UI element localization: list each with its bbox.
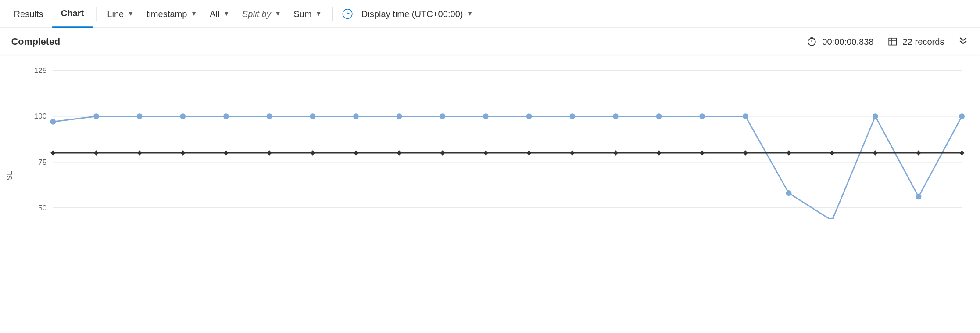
svg-text:100: 100 xyxy=(34,112,47,121)
split-by-dropdown[interactable]: Split by▼ xyxy=(236,4,287,24)
svg-point-33 xyxy=(223,113,229,119)
svg-point-29 xyxy=(50,119,56,125)
table-icon xyxy=(887,36,898,47)
svg-point-50 xyxy=(959,113,965,119)
svg-point-38 xyxy=(440,113,445,119)
svg-point-35 xyxy=(310,113,315,119)
tab-results[interactable]: Results xyxy=(5,0,52,27)
svg-marker-69 xyxy=(830,150,835,155)
svg-marker-70 xyxy=(873,150,878,155)
svg-point-31 xyxy=(137,113,143,119)
status-title: Completed xyxy=(11,36,60,47)
svg-point-40 xyxy=(526,113,532,119)
svg-point-37 xyxy=(397,113,402,119)
svg-marker-56 xyxy=(267,150,272,155)
svg-point-42 xyxy=(613,113,619,119)
x-field-dropdown[interactable]: timestamp▼ xyxy=(140,4,203,24)
chart-area: SLI 2550751001258:00 PM8:10 PM8:20 PM8:3… xyxy=(0,55,980,219)
svg-point-32 xyxy=(180,113,186,119)
expand-button[interactable] xyxy=(958,35,968,47)
svg-line-4 xyxy=(815,38,815,39)
svg-point-45 xyxy=(743,113,748,119)
svg-point-47 xyxy=(829,218,835,219)
svg-point-30 xyxy=(93,113,99,119)
stopwatch-icon xyxy=(806,36,817,47)
svg-marker-61 xyxy=(483,150,489,155)
svg-point-48 xyxy=(873,113,878,119)
svg-point-41 xyxy=(569,113,575,119)
svg-marker-55 xyxy=(224,150,229,155)
line-chart[interactable]: 2550751001258:00 PM8:10 PM8:20 PM8:30 PM… xyxy=(21,64,969,219)
record-count: 22 records xyxy=(887,36,944,47)
svg-point-34 xyxy=(267,113,272,119)
double-chevron-down-icon xyxy=(958,35,968,45)
svg-text:125: 125 xyxy=(34,66,47,75)
tab-chart[interactable]: Chart xyxy=(52,0,93,27)
chevron-down-icon: ▼ xyxy=(128,10,134,17)
svg-point-46 xyxy=(786,190,792,196)
svg-marker-59 xyxy=(397,150,402,155)
svg-rect-5 xyxy=(889,38,896,45)
chevron-down-icon: ▼ xyxy=(191,10,197,17)
svg-marker-60 xyxy=(440,150,445,155)
svg-marker-65 xyxy=(656,150,662,155)
query-duration: 00:00:00.838 xyxy=(806,36,873,47)
chevron-down-icon: ▼ xyxy=(275,10,281,17)
svg-marker-52 xyxy=(94,150,99,155)
chevron-down-icon: ▼ xyxy=(467,10,473,17)
svg-marker-67 xyxy=(743,150,748,155)
status-bar: Completed 00:00:00.838 22 records xyxy=(0,28,980,55)
clock-icon xyxy=(343,8,353,18)
chevron-down-icon: ▼ xyxy=(315,10,322,17)
display-time-dropdown[interactable]: Display time (UTC+00:00) ▼ xyxy=(336,4,479,24)
separator xyxy=(332,7,332,21)
svg-marker-71 xyxy=(916,150,921,155)
svg-marker-63 xyxy=(570,150,575,155)
svg-marker-64 xyxy=(613,150,619,155)
svg-point-43 xyxy=(656,113,662,119)
chevron-down-icon: ▼ xyxy=(223,10,229,17)
svg-marker-51 xyxy=(50,150,56,155)
svg-point-36 xyxy=(353,113,359,119)
chart-type-dropdown[interactable]: Line▼ xyxy=(101,4,140,24)
y-field-dropdown[interactable]: All▼ xyxy=(204,4,236,24)
svg-marker-57 xyxy=(310,150,315,155)
svg-point-39 xyxy=(483,113,489,119)
svg-marker-53 xyxy=(137,150,142,155)
svg-point-49 xyxy=(916,194,921,199)
toolbar: Results Chart Line▼ timestamp▼ All▼ Spli… xyxy=(0,0,980,28)
svg-marker-72 xyxy=(959,150,965,155)
y-axis-label: SLI xyxy=(5,169,14,181)
svg-marker-58 xyxy=(354,150,359,155)
svg-marker-68 xyxy=(786,150,791,155)
svg-point-44 xyxy=(699,113,705,119)
aggregation-dropdown[interactable]: Sum▼ xyxy=(287,4,328,24)
svg-marker-66 xyxy=(700,150,705,155)
svg-text:75: 75 xyxy=(38,158,46,166)
separator xyxy=(97,7,97,21)
svg-marker-62 xyxy=(526,150,532,155)
svg-text:50: 50 xyxy=(38,203,46,212)
svg-marker-54 xyxy=(180,150,186,155)
